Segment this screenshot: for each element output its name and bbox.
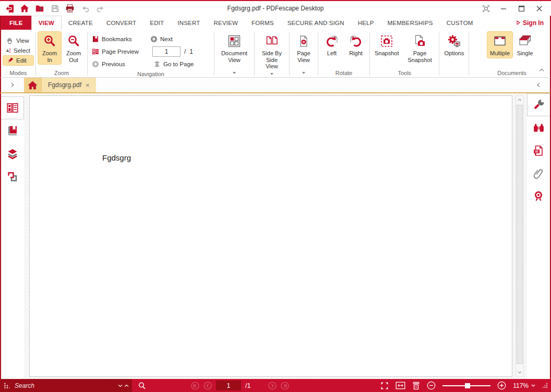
- rotate-group: Left Right Rotate: [318, 31, 369, 77]
- linked-docs-panel-button[interactable]: [1, 165, 24, 188]
- previous-page-button[interactable]: Previous: [90, 60, 148, 68]
- side-by-side-dropdown-icon[interactable]: [270, 73, 273, 75]
- rotate-right-button[interactable]: Right: [344, 32, 367, 58]
- page-view-button[interactable]: Page View: [292, 32, 316, 64]
- left-sidebar: [1, 93, 24, 379]
- page-view-dropdown-icon[interactable]: [302, 72, 305, 74]
- fit-width-icon[interactable]: [396, 382, 405, 389]
- close-tab-icon[interactable]: ×: [86, 82, 90, 89]
- bookmarks-button[interactable]: Bookmarks: [90, 35, 148, 43]
- resize-grip-icon[interactable]: [542, 383, 548, 388]
- minimize-button[interactable]: [496, 3, 511, 14]
- pdf-page[interactable]: Fgdsgrg: [29, 95, 512, 377]
- tab-insert[interactable]: INSERT: [171, 16, 207, 30]
- tab-edit[interactable]: EDIT: [143, 16, 171, 30]
- single-document-button[interactable]: Single: [513, 32, 536, 58]
- open-download-icon[interactable]: [34, 3, 45, 14]
- attachments-paperclip-icon: [533, 168, 544, 179]
- document-view-dropdown-icon[interactable]: [233, 72, 236, 74]
- search-input[interactable]: [14, 382, 118, 389]
- tools-panel-button[interactable]: [527, 93, 550, 116]
- search-icon[interactable]: [138, 379, 146, 392]
- maximize-button[interactable]: [513, 3, 529, 14]
- search-prev-chevron-icon[interactable]: [118, 384, 123, 387]
- statusbar-current-page[interactable]: 1: [216, 381, 241, 390]
- snapshot-button[interactable]: Snapshot: [372, 32, 401, 58]
- edit-mode-button[interactable]: Edit: [3, 56, 33, 65]
- page-snapshot-icon: [412, 34, 427, 48]
- tab-create[interactable]: CREATE: [62, 16, 100, 30]
- signatures-panel-button[interactable]: [527, 185, 550, 208]
- options-button[interactable]: Options: [441, 32, 466, 58]
- tab-secure-and-sign[interactable]: SECURE AND SIGN: [281, 16, 351, 30]
- app-window: Fgdsgrg.pdf - PDFescape Desktop FILE VIE…: [0, 0, 551, 392]
- tab-file[interactable]: FILE: [1, 16, 31, 30]
- rotate-left-button[interactable]: Left: [320, 32, 343, 58]
- bookmarks-panel-button[interactable]: [1, 119, 24, 142]
- page-thumbnails-panel-button[interactable]: [1, 96, 24, 119]
- chevron-left-icon: [536, 82, 541, 88]
- document-tab[interactable]: Fgdsgrg.pdf ×: [42, 78, 96, 92]
- layers-panel-button[interactable]: [1, 142, 24, 165]
- fit-page-icon[interactable]: [412, 382, 420, 390]
- vertical-scrollbar[interactable]: [516, 95, 524, 377]
- search-panel-button[interactable]: [527, 116, 550, 139]
- close-button[interactable]: [531, 3, 547, 14]
- page-navigation: 1 /1: [191, 379, 289, 392]
- bookmarks-panel-icon: [7, 125, 18, 137]
- search-next-chevron-icon[interactable]: [124, 384, 129, 387]
- next-page-icon[interactable]: [268, 382, 277, 390]
- page-preview-button[interactable]: Page Preview: [90, 48, 148, 55]
- zoom-in-statusbar-icon[interactable]: [497, 381, 506, 390]
- undo-icon[interactable]: [80, 3, 90, 14]
- document-view-button[interactable]: Document View: [217, 32, 252, 64]
- multiple-documents-icon: [493, 34, 507, 48]
- zoom-out-button[interactable]: Zoom Out: [62, 32, 85, 64]
- scroll-down-icon[interactable]: [516, 369, 523, 376]
- tab-convert[interactable]: CONVERT: [100, 16, 143, 30]
- fit-visible-icon[interactable]: [380, 382, 389, 390]
- print-icon[interactable]: [65, 3, 75, 14]
- attachments-panel-button[interactable]: [527, 162, 550, 185]
- right-panel-expander[interactable]: [527, 78, 550, 92]
- statusbar-search-area: [0, 379, 132, 392]
- total-pages: 1: [189, 48, 193, 55]
- tab-forms[interactable]: FORMS: [245, 16, 281, 30]
- side-by-side-view-button[interactable]: Side By Side View: [257, 32, 287, 71]
- zoom-slider[interactable]: [442, 382, 490, 389]
- tab-memberships[interactable]: MEMBERSHIPS: [381, 16, 440, 30]
- page-snapshot-button[interactable]: Page Snapshot: [402, 32, 437, 64]
- fullscreen-icon[interactable]: [478, 3, 494, 14]
- zoom-slider-thumb[interactable]: [465, 383, 470, 388]
- sign-in-button[interactable]: Sign In: [517, 16, 550, 30]
- redo-icon[interactable]: [95, 3, 105, 14]
- single-document-label: Single: [517, 50, 533, 57]
- tab-review[interactable]: REVIEW: [207, 16, 245, 30]
- scrollbar-thumb[interactable]: [517, 105, 523, 364]
- tab-custom[interactable]: CUSTOM: [440, 16, 480, 30]
- rotate-group-label: Rotate: [320, 68, 367, 77]
- zoom-in-button[interactable]: Zoom In: [38, 32, 61, 64]
- home-icon[interactable]: [19, 3, 30, 14]
- go-to-page-button[interactable]: Go to Page: [148, 60, 212, 68]
- comments-panel-button[interactable]: [527, 139, 550, 162]
- current-page-input[interactable]: [152, 46, 181, 57]
- select-mode-button[interactable]: A Select: [3, 46, 33, 55]
- go-to-page-label: Go to Page: [163, 61, 194, 67]
- collapse-ribbon-icon[interactable]: [537, 67, 546, 73]
- scroll-up-icon[interactable]: [516, 96, 523, 104]
- zoom-level-control[interactable]: 117%: [513, 382, 535, 389]
- save-icon[interactable]: [50, 3, 60, 14]
- last-page-icon[interactable]: [281, 382, 289, 390]
- home-tab[interactable]: [24, 78, 42, 92]
- left-panel-expander[interactable]: [1, 78, 24, 92]
- edit-mode-label: Edit: [16, 57, 27, 64]
- first-page-icon[interactable]: [191, 382, 199, 390]
- view-mode-button[interactable]: View: [3, 36, 33, 45]
- multiple-documents-button[interactable]: Multiple: [487, 32, 512, 58]
- tab-help[interactable]: HELP: [351, 16, 381, 30]
- previous-page-icon[interactable]: [203, 382, 212, 390]
- zoom-out-statusbar-icon[interactable]: [427, 381, 436, 390]
- next-page-button[interactable]: Next: [148, 35, 212, 43]
- tab-view[interactable]: VIEW: [31, 16, 62, 30]
